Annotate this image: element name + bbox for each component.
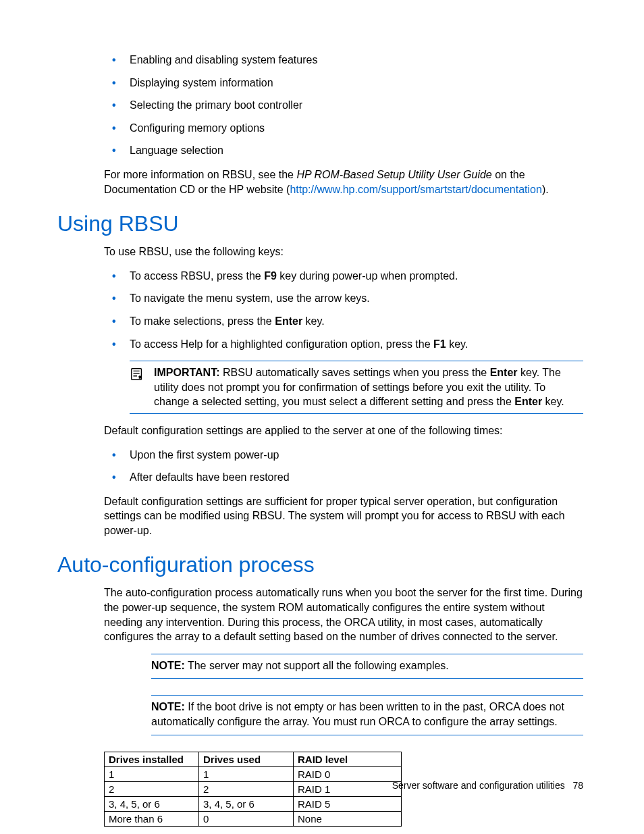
cell: 1 xyxy=(105,766,199,781)
col-header: Drives installed xyxy=(105,752,199,766)
page-number: 78 xyxy=(572,780,583,791)
list-item: To access RBSU, press the F9 key during … xyxy=(104,269,583,284)
table-row: More than 6 0 None xyxy=(105,811,402,826)
list-item: To access Help for a highlighted configu… xyxy=(104,337,583,352)
list-item: Language selection xyxy=(104,143,583,158)
using-rbsu-bullet-list: To access RBSU, press the F9 key during … xyxy=(104,269,583,351)
cell: 2 xyxy=(199,781,294,796)
important-callout: IMPORTANT: RBSU automatically saves sett… xyxy=(130,361,583,414)
guide-title: HP ROM-Based Setup Utility User Guide xyxy=(296,169,491,180)
text: To navigate the menu system, use the arr… xyxy=(130,292,370,304)
defaults-intro: Default configuration settings are appli… xyxy=(104,423,583,438)
cell: 2 xyxy=(105,781,199,796)
defaults-outro: Default configuration settings are suffi… xyxy=(104,494,583,538)
important-note-icon xyxy=(130,365,144,409)
using-rbsu-heading: Using RBSU xyxy=(57,211,583,236)
text: key. xyxy=(542,396,564,407)
list-item: Selecting the primary boot controller xyxy=(104,98,583,113)
key-name: Enter xyxy=(514,396,542,407)
cell: RAID 0 xyxy=(294,766,402,781)
cell: 3, 4, 5, or 6 xyxy=(105,796,199,811)
footer-section: Server software and configuration utilit… xyxy=(392,780,565,791)
using-rbsu-block: To use RBSU, use the following keys: To … xyxy=(104,244,583,538)
list-item: To navigate the menu system, use the arr… xyxy=(104,291,583,306)
auto-config-intro: The auto-configuration process automatic… xyxy=(104,585,583,644)
key-name: Enter xyxy=(490,367,518,378)
table-row: 1 1 RAID 0 xyxy=(105,766,402,781)
note-callout-1: NOTE: The server may not support all the… xyxy=(151,654,583,679)
note-label: NOTE: xyxy=(151,660,185,671)
table-row: 3, 4, 5, or 6 3, 4, 5, or 6 RAID 5 xyxy=(105,796,402,811)
key-name: Enter xyxy=(275,315,302,327)
cell: 3, 4, 5, or 6 xyxy=(199,796,294,811)
cell: None xyxy=(294,811,402,826)
cell: RAID 1 xyxy=(294,781,402,796)
document-page: Enabling and disabling system features D… xyxy=(0,0,644,834)
defaults-bullet-list: Upon the first system power-up After def… xyxy=(104,448,583,485)
text: To access RBSU, press the xyxy=(130,270,264,282)
intro-more-info: For more information on RBSU, see the HP… xyxy=(104,167,583,197)
key-name: F9 xyxy=(264,270,277,282)
text: The server may not support all the follo… xyxy=(185,660,449,671)
note-text: NOTE: The server may not support all the… xyxy=(151,658,583,673)
cell: More than 6 xyxy=(105,811,199,826)
table-header-row: Drives installed Drives used RAID level xyxy=(105,752,402,766)
list-item: Enabling and disabling system features xyxy=(104,53,583,68)
note-text: NOTE: If the boot drive is not empty or … xyxy=(151,700,583,729)
note-callout-2: NOTE: If the boot drive is not empty or … xyxy=(151,695,583,735)
key-name: F1 xyxy=(433,338,446,350)
text: For more information on RBSU, see the xyxy=(104,169,296,180)
cell: 1 xyxy=(199,766,294,781)
cell: RAID 5 xyxy=(294,796,402,811)
list-item: After defaults have been restored xyxy=(104,470,583,485)
table-row: 2 2 RAID 1 xyxy=(105,781,402,796)
col-header: RAID level xyxy=(294,752,402,766)
text: If the boot drive is not empty or has be… xyxy=(151,701,564,727)
col-header: Drives used xyxy=(199,752,294,766)
raid-table: Drives installed Drives used RAID level … xyxy=(104,752,402,827)
list-item: Upon the first system power-up xyxy=(104,448,583,463)
intro-bullet-list: Enabling and disabling system features D… xyxy=(104,53,583,158)
using-rbsu-intro: To use RBSU, use the following keys: xyxy=(104,244,583,259)
page-footer: Server software and configuration utilit… xyxy=(392,780,583,791)
note-label: NOTE: xyxy=(151,701,185,712)
text: key. xyxy=(302,315,325,327)
important-text: IMPORTANT: RBSU automatically saves sett… xyxy=(154,365,583,409)
cell: 0 xyxy=(199,811,294,826)
text: RBSU automatically saves settings when y… xyxy=(219,367,489,378)
important-label: IMPORTANT: xyxy=(154,367,219,378)
hp-support-link[interactable]: http://www.hp.com/support/smartstart/doc… xyxy=(290,184,542,195)
list-item: To make selections, press the Enter key. xyxy=(104,314,583,329)
auto-config-heading: Auto-configuration process xyxy=(57,552,583,577)
text: key during power-up when prompted. xyxy=(277,270,458,282)
text: ). xyxy=(542,184,549,195)
text: To make selections, press the xyxy=(130,315,275,327)
list-item: Configuring memory options xyxy=(104,121,583,136)
text: key. xyxy=(446,338,468,350)
intro-block: Enabling and disabling system features D… xyxy=(104,53,583,197)
text: To access Help for a highlighted configu… xyxy=(130,338,433,350)
list-item: Displaying system information xyxy=(104,76,583,90)
